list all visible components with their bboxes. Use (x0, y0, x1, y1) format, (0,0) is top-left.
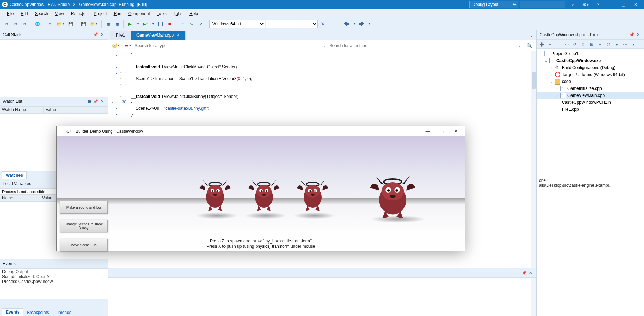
menu-tabs[interactable]: Tabs (170, 9, 186, 18)
layout-combo[interactable]: Debug Layout (469, 1, 518, 8)
help-icon[interactable]: ? (592, 0, 604, 9)
clipboard-icon[interactable]: ⧉ (20, 20, 29, 28)
nav-back-icon[interactable]: 🡸 (342, 20, 351, 28)
node-projectgroup[interactable]: ProjectGroup1 (551, 51, 578, 56)
deploy-icon[interactable]: ⇲ (319, 20, 327, 28)
node-target[interactable]: Target Platforms (Windows 64-bit) (562, 72, 625, 77)
menu-refactor[interactable]: Refactor (68, 9, 90, 18)
add-drop[interactable]: ▾ (547, 41, 553, 48)
node-gameviewmain[interactable]: GameViewMain.cpp (567, 93, 605, 98)
unit-icon[interactable]: ▦ (113, 20, 121, 28)
search-type-input[interactable] (135, 43, 320, 48)
events-scrollbar[interactable] (531, 278, 536, 316)
form-icon[interactable]: ▦ (104, 20, 112, 28)
step-out-icon[interactable]: ↗ (196, 20, 205, 28)
runwin-viewport[interactable]: Make a sound and log Change Scene1 to sh… (57, 136, 465, 251)
close-pane-icon[interactable]: ✕ (99, 99, 105, 104)
close-pane-icon[interactable]: ✕ (527, 271, 534, 275)
run-drop-icon[interactable] (135, 20, 140, 28)
menu-tools[interactable]: Tools (154, 9, 170, 18)
pin-icon[interactable]: 📌 (93, 32, 99, 37)
close-button[interactable]: ✕ (629, 0, 642, 9)
running-app-window[interactable]: C++ Builder Demo Using TCastleWindow — ▢… (56, 126, 465, 251)
chevron-down-icon[interactable]: ⌄ (517, 44, 522, 47)
stop-icon[interactable]: ■ (165, 20, 174, 28)
target-icon[interactable]: ◎ (605, 41, 612, 48)
paste-icon[interactable]: ⧉ (11, 20, 19, 28)
editor-scrollbar[interactable] (531, 51, 536, 268)
col-watch-name[interactable]: Watch Name (0, 107, 44, 113)
add-icon[interactable]: ➕ (538, 41, 545, 48)
menu-project[interactable]: Project (90, 9, 110, 18)
pause-icon[interactable]: ❚❚ (156, 20, 165, 28)
tab-watches[interactable]: Watches (2, 171, 27, 179)
menu-help[interactable]: Help (186, 9, 202, 18)
col-watch-value[interactable]: Value (44, 107, 108, 113)
pin-icon[interactable]: 📌 (521, 271, 527, 275)
col-name[interactable]: Name (0, 195, 40, 201)
chevron-down-icon[interactable]: ⌄ (322, 44, 328, 47)
editor-tabs-menu-icon[interactable]: ⌄ (526, 33, 536, 38)
target-drop[interactable]: ▾ (613, 41, 620, 48)
expand-icon[interactable]: ⊞ (588, 41, 595, 48)
node-build[interactable]: Build Configurations (Debug) (562, 65, 615, 70)
tab-events[interactable]: Events (2, 308, 23, 316)
node-gameinit[interactable]: GameInitialize.cpp (567, 86, 602, 91)
menu-search[interactable]: Search (31, 9, 52, 18)
node-pch[interactable]: CastleCppWindowPCH1.h (562, 100, 611, 105)
tab-threads[interactable]: Threads (53, 309, 75, 316)
more-icon[interactable]: ⋯ (622, 41, 629, 48)
view-icon[interactable]: ▭ (563, 41, 570, 48)
refresh-icon[interactable]: ⟳ (572, 41, 579, 48)
close-tab-icon[interactable]: ✕ (176, 33, 180, 37)
navigate-icon[interactable]: 🧭 (110, 41, 121, 50)
step-over-icon[interactable]: ↷ (178, 20, 187, 28)
tab-breakpoints[interactable]: Breakpoints (23, 309, 52, 316)
sync-icon[interactable]: ⇅ (580, 41, 587, 48)
run-icon[interactable]: ▶ (126, 20, 134, 28)
project-tree[interactable]: ProjectGroup1 ⌄CastleCppWindow.exe ›⚙Bui… (537, 49, 644, 177)
runwin-minimize[interactable]: — (421, 129, 435, 134)
platform-combo[interactable]: Windows 64-bit (209, 20, 265, 28)
pin-icon[interactable]: 📌 (93, 99, 99, 104)
menu-edit[interactable]: Edit (17, 9, 31, 18)
settings-icon[interactable]: ⚙▾ (579, 0, 592, 9)
save-all-icon[interactable]: 💾 (79, 20, 88, 28)
nav-fwd-drop[interactable] (367, 20, 372, 28)
close-pane-icon[interactable]: ✕ (99, 32, 105, 37)
game-btn-bunny[interactable]: Change Scene1 to show Bunny (60, 220, 108, 232)
filter-icon[interactable]: ☰ (123, 41, 133, 50)
search-method-input[interactable] (330, 43, 515, 48)
run-nodebug-drop[interactable] (150, 20, 156, 28)
nav-fwd-icon[interactable]: 🡺 (358, 20, 366, 28)
close-pane-icon[interactable]: ✕ (635, 32, 641, 37)
node-exe[interactable]: CastleCppWindow.exe (556, 58, 601, 63)
open-icon[interactable]: 📂 (55, 20, 66, 28)
search-icon[interactable]: ⌕ (567, 0, 579, 9)
menu-component[interactable]: Component (125, 9, 154, 18)
ide-search-input[interactable] (520, 1, 565, 8)
game-btn-sound[interactable]: Make a sound and log (60, 201, 108, 214)
copy-icon[interactable]: ⧉ (2, 20, 10, 28)
globe-icon[interactable]: 🌐 (33, 20, 41, 28)
runwin-maximize[interactable]: ▢ (435, 129, 449, 134)
nav-back-drop[interactable] (351, 20, 357, 28)
save-icon[interactable]: 💾 (66, 20, 75, 28)
runwin-titlebar[interactable]: C++ Builder Demo Using TCastleWindow — ▢… (57, 126, 465, 136)
editor-tab-file1[interactable]: File1 (110, 31, 131, 40)
search-icon[interactable]: 🔍 (524, 43, 534, 48)
maximize-button[interactable]: ▢ (617, 0, 629, 9)
remove-icon[interactable]: ▭ (555, 41, 562, 48)
runwin-close[interactable]: ✕ (449, 129, 463, 134)
open-project-icon[interactable]: 📂 (88, 20, 99, 28)
editor-tab-active[interactable]: GameViewMain.cpp ✕ (131, 31, 186, 40)
step-into-icon[interactable]: ↘ (187, 20, 196, 28)
watch-tool-icon[interactable]: ⊞ (86, 99, 93, 104)
filter-drop[interactable]: ▾ (597, 41, 604, 48)
node-file1[interactable]: File1.cpp (562, 107, 579, 112)
menu-run[interactable]: Run (110, 9, 125, 18)
minimize-button[interactable]: — (604, 0, 617, 9)
pin-icon[interactable]: 📌 (629, 32, 635, 37)
device-combo[interactable] (266, 20, 318, 28)
more-drop[interactable]: ▾ (630, 41, 637, 48)
